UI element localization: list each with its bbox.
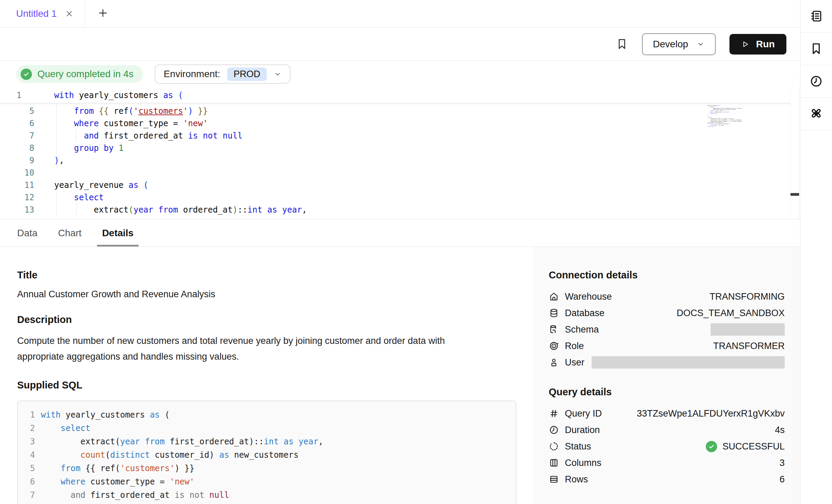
columns-icon (549, 458, 559, 468)
chevron-down-icon (697, 40, 705, 48)
supplied-sql-code: where customer_type = 'new' (41, 477, 194, 487)
editor-line[interactable]: 5 from {{ ref('customers') }} (0, 105, 800, 117)
supplied-sql-line: 7 and first_ordered_at is not null (18, 488, 516, 502)
connection-details-heading: Connection details (549, 269, 785, 281)
editor-code-line: group by 1 (54, 143, 123, 153)
close-icon[interactable] (65, 9, 74, 18)
detail-value: DOCS_TEAM_SANDBOX (677, 308, 785, 319)
query-row-rows: Rows6 (549, 471, 785, 488)
rail-item-lineage[interactable] (800, 98, 832, 130)
detail-value: 4s (775, 425, 785, 435)
redacted-value (592, 356, 785, 369)
tab-untitled-1[interactable]: Untitled 1 (0, 0, 85, 27)
detail-label: Status (565, 441, 591, 452)
indent-guide (56, 130, 57, 142)
rail-filler (800, 130, 832, 504)
result-view-tabs: DataChartDetails (0, 219, 800, 247)
query-details-rows: Query ID33TZseWpe1ALFDUYerxR1gVKxbvDurat… (549, 405, 785, 488)
line-number: 8 (0, 143, 34, 153)
details-left-column: Title Annual Customer Growth and Revenue… (0, 247, 533, 504)
editor-code-line: with yearly_customers as ( (54, 91, 183, 100)
editor-line[interactable]: 13 extract(year from ordered_at)::int as… (0, 204, 800, 216)
success-check-icon (706, 441, 717, 452)
schema-icon (549, 324, 559, 335)
line-number: 5 (0, 106, 34, 116)
editor-code-line: where customer_type = 'new' (54, 119, 208, 128)
develop-button[interactable]: Develop (642, 33, 716, 55)
rail-item-history[interactable] (800, 65, 832, 98)
detail-label: Warehouse (565, 291, 612, 302)
editor-line[interactable]: 9), (0, 154, 800, 167)
run-button[interactable]: Run (729, 34, 786, 55)
editor-code-line: yearly_revenue as ( (54, 180, 148, 190)
connection-row-role: RoleTRANSFORMER (549, 338, 785, 354)
develop-button-label: Develop (653, 39, 688, 50)
right-icon-rail (800, 0, 832, 504)
indent-guide (76, 204, 76, 216)
redacted-value (711, 323, 785, 336)
description-value: Compute the number of new customers and … (17, 333, 484, 364)
connection-row-warehouse: WarehouseTRANSFORMING (549, 288, 785, 305)
editor-line[interactable]: 7 and first_ordered_at is not null (0, 130, 800, 142)
title-heading: Title (17, 269, 533, 281)
supplied-sql-code: select (41, 423, 91, 433)
lineage-icon (809, 107, 823, 121)
supplied-sql-code: count(distinct customer_id) as new_custo… (41, 450, 298, 460)
indent-guide (56, 117, 57, 130)
environment-selector[interactable]: Environment: PROD (155, 64, 290, 84)
clock-icon (549, 425, 559, 435)
editor-scrollbar[interactable] (790, 87, 799, 219)
description-heading: Description (17, 314, 533, 325)
line-number: 3 (18, 437, 35, 446)
editor-tab-bar: Untitled 1 (0, 0, 800, 28)
editor-line[interactable]: 6 where customer_type = 'new' (0, 117, 800, 130)
details-section: Title Annual Customer Growth and Revenue… (0, 247, 800, 504)
connection-row-user: User (549, 354, 785, 371)
rows-icon (549, 474, 559, 484)
editor-line[interactable]: 8 group by 1 (0, 142, 800, 154)
query-row-status: StatusSUCCESSFUL (549, 438, 785, 455)
line-number: 6 (18, 477, 35, 487)
line-number: 6 (0, 119, 34, 128)
detail-label: Columns (565, 458, 602, 468)
editor-lines: 5 from {{ ref('customers') }}6 where cus… (0, 105, 800, 216)
supplied-sql-heading: Supplied SQL (17, 380, 533, 391)
app-root: Untitled 1 Develop (0, 0, 832, 504)
detail-value: 33TZseWpe1ALFDUYerxR1gVKxbv (637, 408, 785, 419)
line-number: 5 (18, 464, 35, 473)
supplied-sql-line: 1with yearly_customers as ( (18, 408, 516, 421)
bookmark-icon[interactable] (616, 38, 628, 50)
rail-item-notebook[interactable] (800, 0, 832, 33)
indent-guide (76, 130, 76, 142)
tab-details[interactable]: Details (102, 219, 134, 247)
status-text: SUCCESSFUL (722, 441, 785, 452)
supplied-sql-block: 1with yearly_customers as (2 select3 ext… (17, 400, 516, 504)
line-number: 7 (0, 131, 34, 141)
environment-value-badge: PROD (227, 68, 267, 81)
tab-chart[interactable]: Chart (58, 219, 81, 247)
editor-line[interactable]: 11yearly_revenue as ( (0, 179, 800, 191)
scrollbar-thumb[interactable] (791, 193, 799, 196)
environment-label: Environment: (164, 69, 220, 80)
editor-code-line: from {{ ref('customers') }} (54, 106, 208, 116)
editor-line[interactable]: 12 select (0, 191, 800, 204)
detail-label: Schema (565, 324, 599, 335)
plus-icon (97, 8, 108, 20)
detail-label: User (565, 357, 584, 368)
rail-item-bookmark[interactable] (800, 33, 832, 65)
indent-guide (56, 204, 57, 216)
editor-sticky-line[interactable]: 1with yearly_customers as ( (0, 87, 800, 103)
notebook-icon (809, 9, 823, 23)
new-tab-button[interactable] (85, 0, 121, 27)
sql-editor[interactable]: 1with yearly_customers as ( 5 from {{ re… (0, 87, 800, 219)
editor-line[interactable]: 10 (0, 167, 800, 179)
tab-data[interactable]: Data (17, 219, 37, 247)
supplied-sql-code: with yearly_customers as ( (41, 410, 170, 420)
supplied-sql-line: 8 group by 1 (18, 502, 516, 504)
detail-label: Database (565, 308, 605, 319)
query-status-text: Query completed in 4s (37, 69, 133, 80)
chevron-down-icon (274, 70, 282, 78)
line-number: 10 (0, 168, 34, 178)
query-row-columns: Columns3 (549, 455, 785, 471)
status-row: Query completed in 4s Environment: PROD (0, 61, 800, 87)
